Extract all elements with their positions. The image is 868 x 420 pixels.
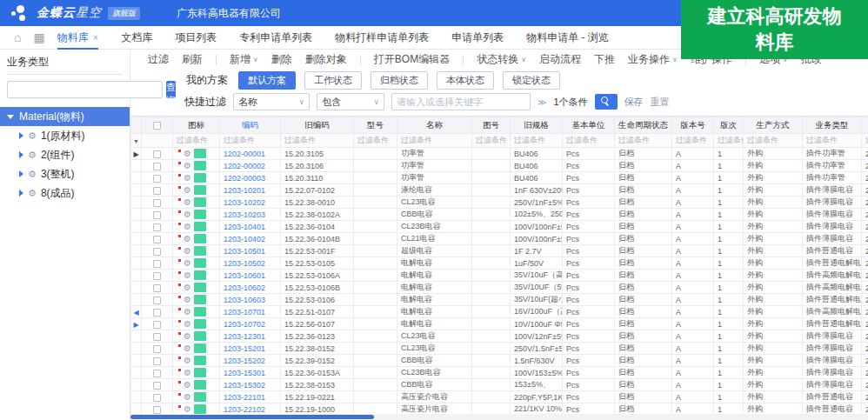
material-code-link[interactable]: 1203-10501 — [224, 247, 265, 256]
plan-button-锁定状态[interactable]: 锁定状态 — [503, 71, 560, 90]
filter-cell-biz_type[interactable]: 过滤条件 — [803, 134, 862, 148]
tab-专利申请单列表[interactable]: 专利申请单列表 — [239, 26, 312, 50]
table-row[interactable]: ⚙1202-0000315.20.3110功率管BU406Pcs归档A1外购插件… — [131, 172, 868, 184]
toolbar-button-删除[interactable]: 删除 — [271, 52, 292, 67]
table-row[interactable]: ⚙1203-2210115.22.19-0221高压瓷介电容220pF,Y5P,… — [131, 391, 868, 403]
row-checkbox[interactable] — [153, 272, 161, 280]
row-checkbox[interactable] — [153, 163, 161, 170]
tab-物料申请单 - 浏览[interactable]: 物料申请单 - 浏览 — [526, 26, 609, 50]
plan-button-本体状态[interactable]: 本体状态 — [437, 71, 494, 90]
material-image-thumb[interactable] — [194, 380, 206, 390]
toolbar-button-下推[interactable]: 下推 — [594, 52, 615, 67]
horizontal-scrollbar[interactable] — [130, 414, 868, 420]
material-code-link[interactable]: 1203-22101 — [224, 393, 265, 402]
column-header-生命周期状态[interactable]: 生命周期状态 — [615, 117, 672, 134]
column-header-图号[interactable]: 图号 — [472, 117, 511, 134]
tab-文档库[interactable]: 文档库 — [121, 26, 152, 50]
toolbar-button-新增[interactable]: 新增∨ — [230, 52, 258, 67]
tree-node-8(成品)[interactable]: ⚙8(成品) — [0, 183, 130, 203]
material-code-link[interactable]: 1203-12301 — [224, 332, 265, 341]
row-checkbox[interactable] — [153, 382, 161, 390]
tree-node-2(组件)[interactable]: ⚙2(组件) — [0, 145, 130, 164]
expand-arrow-icon[interactable] — [19, 190, 23, 197]
material-code-link[interactable]: 1203-10201 — [224, 186, 265, 195]
row-checkbox[interactable] — [153, 345, 161, 353]
material-code-link[interactable]: 1203-10701 — [224, 308, 265, 317]
table-row[interactable]: ⚙1203-1020215.22.38-0010CL23电容250V/1nF±5… — [131, 197, 868, 209]
select-all-checkbox[interactable] — [153, 122, 161, 130]
row-checkbox[interactable] — [153, 309, 161, 317]
row-checkbox[interactable] — [153, 248, 161, 256]
row-checkbox[interactable] — [153, 406, 161, 414]
row-checkbox[interactable] — [153, 150, 161, 158]
table-row[interactable]: ⚙1203-1060315.22.53-0106电解电容35V/10uF(超小P… — [131, 294, 868, 306]
row-checkbox[interactable] — [153, 321, 161, 329]
toolbar-button-打开BOM编辑器[interactable]: 打开BOM编辑器 — [374, 52, 450, 67]
material-code-link[interactable]: 1203-10702 — [224, 320, 265, 329]
table-row[interactable]: ⚙1203-1520215.22.39-0152CBB电容1.5nF/630VP… — [131, 355, 868, 367]
table-row[interactable]: ⚙1203-1530115.22.36-0153ACL23B电容100V/153… — [131, 367, 868, 379]
row-checkbox[interactable] — [153, 394, 161, 402]
material-code-link[interactable]: 1203-15202 — [224, 357, 265, 365]
table-row[interactable]: ◀⚙1203-1070115.22.51-0107电解电容16V/100uF（高… — [131, 306, 868, 318]
material-image-thumb[interactable] — [194, 295, 206, 304]
table-row[interactable]: ⚙1203-1050215.22.53-0105电解电容1uF/50VPcs归档… — [131, 257, 868, 270]
material-code-link[interactable]: 1202-00003 — [224, 174, 265, 183]
material-code-link[interactable]: 1203-10401 — [224, 223, 265, 231]
reset-filter-link[interactable]: 重置 — [651, 96, 670, 109]
filter-cell-name[interactable]: 过滤条件 — [397, 134, 472, 148]
expand-arrow-icon[interactable] — [19, 132, 23, 139]
material-image-thumb[interactable] — [194, 246, 206, 256]
material-code-link[interactable]: 1203-15301 — [224, 369, 265, 377]
row-checkbox[interactable] — [153, 297, 161, 304]
column-header-型号[interactable]: 型号 — [354, 117, 397, 134]
filter-cell-unit[interactable]: 过滤条件 — [563, 134, 615, 148]
row-checkbox[interactable] — [153, 357, 161, 365]
filter-cell-drawing[interactable]: 过滤条件 — [472, 134, 511, 148]
material-code-link[interactable]: 1203-15302 — [224, 381, 265, 390]
home-icon[interactable]: ⌂ — [14, 31, 21, 43]
material-image-thumb[interactable] — [194, 319, 206, 329]
apps-grid-icon[interactable]: ▦ — [33, 31, 44, 43]
row-checkbox[interactable] — [153, 284, 161, 292]
material-image-thumb[interactable] — [194, 331, 206, 341]
tab-close-icon[interactable]: × — [93, 32, 98, 43]
material-code-link[interactable]: 1203-10402 — [224, 235, 265, 243]
row-checkbox[interactable] — [153, 370, 161, 377]
material-image-thumb[interactable] — [194, 197, 206, 207]
table-row[interactable]: ⚙1203-1520115.22.38-0152CL23电容250V/1.5nF… — [131, 343, 868, 355]
filter-cell-check[interactable] — [142, 134, 173, 148]
row-checkbox[interactable] — [153, 223, 161, 231]
row-checkbox[interactable] — [153, 333, 161, 341]
material-code-link[interactable]: 1203-10602 — [224, 283, 265, 292]
tree-node-1(原材料)[interactable]: ⚙1(原材料) — [0, 126, 130, 145]
material-code-link[interactable]: 1203-10202 — [224, 198, 265, 207]
filter-cell-version[interactable]: 过滤条件 — [672, 134, 714, 148]
table-row[interactable]: ⚙1203-1060115.22.53-0106A电解电容35V/10uF（高频… — [131, 270, 868, 282]
scrollbar-thumb[interactable] — [130, 415, 374, 419]
table-row[interactable]: ⚙1203-1040115.22.36-0104CL23B电容100V/100n… — [131, 221, 868, 233]
tab-物料库[interactable]: 物料库× — [57, 26, 98, 50]
column-header-check[interactable] — [142, 117, 173, 134]
table-row[interactable]: ⚙1203-1020315.22.38-0102ACBB电容102±5%、250… — [131, 209, 868, 221]
table-row[interactable]: ⚙1203-1040215.22.36-0104BCL21电容100V/100n… — [131, 233, 868, 245]
material-image-thumb[interactable] — [194, 161, 206, 170]
filter-cell-lifecycle[interactable]: 过滤条件 — [615, 134, 672, 148]
table-row[interactable]: ⚙1203-1050115.22.53-001F超级电容1F 2.7VPcs归档… — [131, 245, 868, 257]
column-header-业务类型[interactable]: 业务类型 — [803, 117, 862, 134]
collapse-arrow-icon[interactable] — [7, 115, 14, 119]
column-header-版次[interactable]: 版次 — [714, 117, 744, 134]
material-image-thumb[interactable] — [194, 185, 206, 195]
row-checkbox[interactable] — [153, 187, 161, 195]
column-header-旧编码[interactable]: 旧编码 — [281, 117, 354, 134]
column-header-基本单位[interactable]: 基本单位 — [563, 117, 615, 134]
material-code-link[interactable]: 1203-10601 — [224, 271, 265, 280]
material-image-thumb[interactable] — [194, 404, 206, 414]
tree-node-3(整机)[interactable]: ⚙3(整机) — [0, 164, 130, 183]
material-code-link[interactable]: 1202-00001 — [224, 150, 265, 158]
material-image-thumb[interactable] — [194, 343, 206, 353]
material-image-thumb[interactable] — [194, 173, 206, 183]
material-image-thumb[interactable] — [194, 283, 206, 292]
tab-物料打样申请单列表[interactable]: 物料打样申请单列表 — [335, 26, 429, 50]
filter-cell-model[interactable]: 过滤条件 — [354, 134, 397, 148]
